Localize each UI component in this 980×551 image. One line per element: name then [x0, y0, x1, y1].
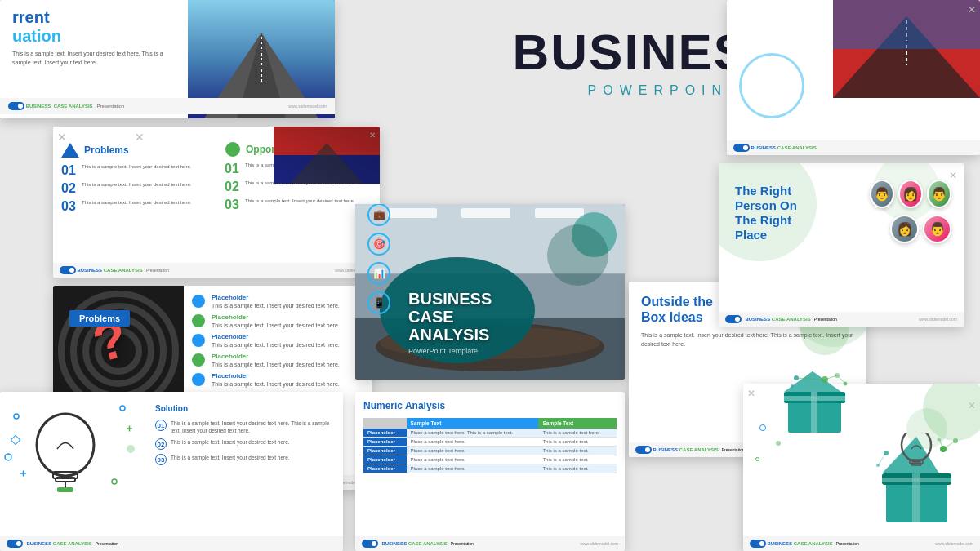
svg-rect-8 [274, 155, 380, 184]
slide-center-main: 💼 🎯 📊 📱 BUSINESSCASEANALYSIS PowerPoint … [355, 204, 625, 380]
svg-rect-36 [535, 208, 584, 218]
solution-content: Solution 01 This is a sample text. Inser… [155, 404, 335, 469]
person-photo-2: 👩 [898, 180, 923, 208]
solution-item-1: 01 This is a sample text. Insert your de… [155, 420, 335, 434]
slide-topright: ✕ BUSINESS CASE ANALYSIS [727, 0, 980, 155]
person-photo-4: 👩 [890, 215, 919, 243]
topleft-para: This is a sample text. Insert your desir… [12, 50, 176, 67]
svg-rect-7 [274, 127, 380, 184]
footer-toggle-3 [7, 540, 23, 548]
problems-item-3: 03 This is a sample text. Insert your de… [61, 200, 208, 213]
slide-topleft: rrent uation This is a sample text. Inse… [0, 0, 335, 118]
footer-logo: BUSINESS CASE ANALYSIS [77, 268, 142, 273]
photo-row-2: 👩 👨 [870, 215, 951, 243]
dot-deco-2 [776, 441, 781, 446]
circle-decoration-tr [739, 53, 804, 118]
table-header-label [363, 418, 407, 429]
topleft-text: rrent uation This is a sample text. Inse… [12, 8, 176, 67]
svg-marker-10 [61, 143, 79, 158]
outside-text: This is a sample text. Insert your desir… [641, 331, 853, 349]
svg-point-26 [112, 479, 117, 484]
dot-icon-4 [192, 353, 205, 367]
person-photo-3: 👨 [927, 180, 951, 208]
dot-deco-1 [760, 424, 766, 431]
topright-inner: ✕ BUSINESS CASE ANALYSIS [727, 0, 980, 155]
footer-toggle-8 [750, 540, 766, 548]
solution-item-3: 03 This is a sample text. Insert your de… [155, 454, 335, 465]
footer-toggle-track-4 [362, 540, 378, 548]
problems-label: Problems [69, 310, 130, 327]
x-mark-tr: ✕ [968, 4, 976, 16]
svg-rect-59 [833, 0, 980, 49]
table-row: Placeholder Place a sample text here. Th… [363, 447, 617, 455]
problems-placeholder-3: Placeholder This is a sample text. Inser… [192, 333, 363, 348]
center-main-title: BUSINESSCASEANALYSIS [408, 290, 492, 344]
solution-item-2: 02 This is a sample text. Insert your de… [155, 438, 335, 450]
footer-logo-7: BUSINESS CASE ANALYSIS [751, 145, 816, 150]
problems-placeholder-2: Placeholder This is a sample text. Inser… [192, 313, 363, 328]
dot-icon-3 [192, 334, 205, 347]
leaf-icon [225, 141, 241, 158]
gift-box-image [780, 371, 853, 437]
footer-logo-4: BUSINESS CASE ANALYSIS [381, 541, 447, 546]
footer-toggle-track [60, 266, 76, 274]
close-icon[interactable]: ✕ [369, 131, 376, 140]
table-header-col2: Sample Text [538, 418, 617, 429]
solution-image [0, 392, 147, 506]
topright-footer: BUSINESS CASE ANALYSIS [727, 140, 980, 155]
problems-placeholder-5: Placeholder This is a sample text. Inser… [192, 372, 363, 387]
svg-rect-63 [882, 478, 951, 482]
numeric-footer: BUSINESS CASE ANALYSIS Presentation www.… [355, 536, 625, 551]
solution-title: Solution [155, 404, 335, 413]
center-main-text: BUSINESSCASEANALYSIS PowerPoint Template [408, 290, 492, 355]
mobile-icon: 📱 [368, 291, 390, 314]
x-mark-lb1: ✕ [968, 400, 976, 411]
x-decoration1: ✕ [57, 131, 67, 144]
opportunity-item-3: 03 This is a sample text. Insert your de… [225, 198, 372, 211]
footer-toggle-5 [635, 446, 652, 454]
toggle-track [8, 102, 24, 110]
midleft-image [274, 127, 380, 184]
svg-line-71 [943, 441, 956, 449]
slide-lightbulb: ✕ ✕ BUSINESS CASE ANALYSIS Presentation … [743, 384, 980, 551]
footer-toggle [60, 266, 76, 274]
svg-rect-27 [11, 435, 20, 444]
svg-point-53 [844, 382, 848, 386]
solution-footer: BUSINESS CASE ANALYSIS Presentation [0, 536, 343, 551]
table-row: Placeholder Place a sample text here. Th… [363, 464, 617, 473]
svg-point-24 [5, 454, 11, 460]
numeric-table: Sample Text Sample Text Placeholder Plac… [363, 418, 617, 473]
table-row: Placeholder Place a sample text here. Th… [363, 438, 617, 447]
svg-rect-44 [784, 396, 845, 401]
footer-logo-5: BUSINESS CASE ANALYSIS [653, 447, 718, 452]
toggle-switch [8, 102, 24, 110]
lightbulb-footer: BUSINESS CASE ANALYSIS Presentation www.… [743, 536, 980, 551]
footer-logo-3: BUSINESS CASE ANALYSIS [26, 541, 91, 546]
center-main-subtitle: PowerPoint Template [408, 347, 492, 355]
footer-logo-8: BUSINESS CASE ANALYSIS [767, 541, 832, 546]
topright-image [833, 0, 980, 98]
target-icon: 🎯 [368, 233, 390, 256]
table-row: Placeholder Place a sample text here. Th… [363, 429, 617, 438]
slide-midleft: ✕ ✕ ✕ Problems 01 [53, 127, 380, 278]
person-photo-1: 👨 [870, 180, 894, 208]
topleft-heading: rrent uation [12, 8, 176, 46]
footer-toggle-7 [733, 144, 750, 152]
svg-rect-35 [461, 208, 510, 218]
x-mark-rp: ✕ [949, 170, 957, 181]
chart-icon: 📊 [368, 262, 390, 285]
svg-rect-34 [388, 208, 437, 218]
svg-point-23 [120, 406, 125, 411]
problems-placeholder-4: Placeholder This is a sample text. Inser… [192, 353, 363, 367]
svg-point-25 [127, 445, 135, 453]
footer-toggle-track-8 [750, 540, 766, 548]
footer-toggle-track-5 [635, 446, 652, 454]
dot-deco-3 [755, 457, 760, 461]
person-photos: 👨 👩 👨 👩 👨 [870, 180, 951, 243]
lightbulb-inner: ✕ ✕ BUSINESS CASE ANALYSIS Presentation … [743, 384, 980, 551]
dot-icon-1 [192, 295, 205, 308]
footer-toggle-track-3 [7, 540, 23, 548]
numeric-title: Numeric Analysis [363, 400, 617, 411]
svg-point-22 [14, 414, 19, 419]
triangle-icon [61, 141, 79, 159]
